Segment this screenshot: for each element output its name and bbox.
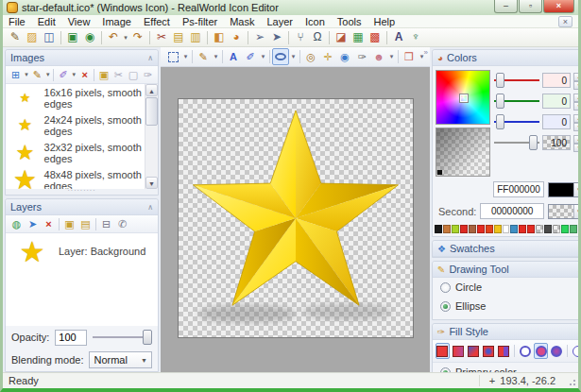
palette-swatch[interactable]	[469, 225, 476, 233]
menu-help[interactable]: Help	[373, 16, 395, 27]
menu-icon[interactable]: Icon	[305, 16, 325, 27]
text-tool[interactable]: A	[225, 48, 242, 65]
layers-icon[interactable]: ◧	[211, 29, 228, 46]
image-item-16[interactable]: ★ 16x16 pixels, smooth edges	[6, 84, 145, 111]
user-tool[interactable]: ☻	[370, 48, 387, 65]
opacity-input[interactable]	[55, 330, 87, 346]
user-tool-dropdown[interactable]: ▾	[387, 53, 396, 60]
green-spinner[interactable]: ▲▼	[573, 94, 578, 109]
palette-swatch[interactable]	[486, 225, 493, 233]
shapes-tool[interactable]: ❒	[401, 48, 418, 65]
link-layer-icon[interactable]: ✆	[114, 216, 130, 232]
red-slider[interactable]	[494, 79, 539, 81]
alpha-spinner[interactable]: ▲▼	[573, 135, 578, 150]
zoom-tool[interactable]: ◎	[302, 48, 319, 65]
blue-slider[interactable]	[494, 121, 539, 123]
spin-up-icon[interactable]: ▲	[573, 114, 578, 123]
spin-down-icon[interactable]: ▼	[573, 144, 578, 152]
palette-swatch[interactable]	[494, 225, 502, 233]
drawing-tool-header[interactable]: ✎ Drawing Tool ∧	[433, 262, 578, 278]
images-scrollbar[interactable]: ▲ ▼	[145, 84, 158, 189]
collapse-chevron-icon[interactable]: ∧	[577, 54, 578, 62]
image-item-32[interactable]: ★ 32x32 pixels, smooth edges	[6, 139, 145, 166]
palette-swatch[interactable]	[527, 225, 535, 233]
colors-panel-header[interactable]: ◕ Colors ∧	[433, 50, 578, 66]
menu-effect[interactable]: Effect	[144, 16, 170, 27]
spin-up-icon[interactable]: ▲	[573, 94, 578, 102]
green-slider-thumb[interactable]	[496, 94, 504, 109]
open-folder-icon[interactable]: ▨	[24, 29, 41, 46]
circle-option[interactable]: Circle	[433, 278, 578, 297]
menu-image[interactable]: Image	[102, 16, 131, 27]
second-color-swatch[interactable]: ▼	[548, 204, 578, 219]
palette-swatch[interactable]	[452, 225, 459, 233]
edit-dropdown-icon[interactable]: ▾	[44, 71, 51, 78]
value-alpha-picker[interactable]	[436, 128, 490, 177]
grid-icon[interactable]: ▦	[350, 29, 367, 46]
outline-only-button[interactable]	[519, 343, 532, 359]
solid-fill-button[interactable]	[436, 343, 450, 359]
select-tool[interactable]	[164, 48, 181, 65]
brush-image-icon[interactable]: ✑	[141, 67, 155, 83]
capture-icon[interactable]: ▣	[64, 29, 81, 46]
canvas-background[interactable]	[161, 67, 430, 372]
spin-down-icon[interactable]: ▼	[573, 81, 578, 90]
palette-swatch[interactable]	[536, 225, 543, 233]
undo-dropdown-icon[interactable]: ▾	[122, 34, 129, 42]
brush-tool-dropdown[interactable]: ▾	[259, 53, 267, 60]
windows-format-icon[interactable]: ⊞	[9, 67, 23, 83]
second-hex-input[interactable]: 00000000	[480, 203, 544, 219]
green-value[interactable]: 0	[542, 94, 571, 109]
toolbar-overflow-icon[interactable]: »	[424, 48, 428, 57]
duplicate-layer-icon[interactable]: ▤	[77, 216, 94, 232]
blue-value[interactable]: 0	[542, 114, 571, 129]
new-layer-icon[interactable]: ◍	[9, 216, 25, 232]
cut-image-icon[interactable]: ✂	[111, 67, 126, 83]
brush-tool[interactable]: ✐	[242, 48, 259, 65]
alpha-value[interactable]: 100	[542, 135, 571, 150]
sound-icon[interactable]: ◉	[81, 29, 98, 46]
ellipse-tool[interactable]	[272, 48, 289, 65]
resize-grip[interactable]	[565, 373, 578, 388]
test-32-icon[interactable]: Ω	[309, 29, 326, 46]
radio-checked-icon[interactable]	[440, 367, 451, 373]
palette-swatch[interactable]	[510, 225, 518, 233]
scroll-down-icon[interactable]: ▼	[145, 177, 158, 189]
spin-down-icon[interactable]: ▼	[573, 102, 578, 111]
color-cursor[interactable]	[460, 94, 468, 102]
wizard-dropdown-icon[interactable]: ▾	[71, 71, 77, 78]
pencil-tool-dropdown[interactable]: ▾	[212, 53, 220, 60]
palette-swatch[interactable]	[503, 225, 510, 233]
palette-swatch[interactable]	[435, 225, 442, 233]
collapse-chevron-icon[interactable]: ∧	[577, 328, 578, 336]
copy-icon[interactable]: ▤	[170, 29, 187, 46]
document-close-button[interactable]: ×	[558, 16, 572, 27]
merge-layer-icon[interactable]: ⊟	[98, 216, 114, 232]
new-document-icon[interactable]: ✎	[7, 29, 24, 46]
pan-tool[interactable]: ✛	[319, 48, 336, 65]
delete-layer-icon[interactable]: ×	[41, 216, 57, 232]
radio-icon[interactable]	[440, 282, 451, 293]
filled-outline-button[interactable]	[534, 343, 548, 359]
primary-color-option[interactable]: Primary color	[433, 363, 578, 372]
airbrush-tool[interactable]: ✑	[353, 48, 370, 65]
split-fill-button[interactable]	[497, 343, 510, 359]
edit-image-icon[interactable]: ✎	[30, 67, 44, 83]
spin-down-icon[interactable]: ▼	[573, 123, 578, 131]
primary-color-swatch[interactable]: ▼	[548, 182, 578, 197]
expand-chevron-icon[interactable]: ∨	[577, 245, 578, 253]
palette-swatch[interactable]	[477, 225, 485, 233]
green-slider[interactable]	[494, 100, 539, 102]
alpha-slider[interactable]	[494, 142, 539, 144]
redo-icon[interactable]: ↷	[129, 29, 146, 46]
copy-layer-icon[interactable]: ▣	[61, 216, 77, 232]
maximize-button[interactable]: ▫	[519, 0, 542, 13]
image-item-48[interactable]: ★ 48x48 pixels, smooth edges	[6, 166, 145, 189]
cut-icon[interactable]: ✂	[153, 29, 170, 46]
shield-icon[interactable]: ▩	[367, 29, 384, 46]
menu-tools[interactable]: Tools	[337, 16, 362, 27]
fill-style-header[interactable]: ✑ Fill Style ∧	[433, 324, 578, 340]
value-cursor[interactable]	[437, 170, 442, 175]
chevron-down-icon[interactable]: ▼	[573, 183, 578, 196]
menu-edit[interactable]: Edit	[38, 16, 56, 27]
